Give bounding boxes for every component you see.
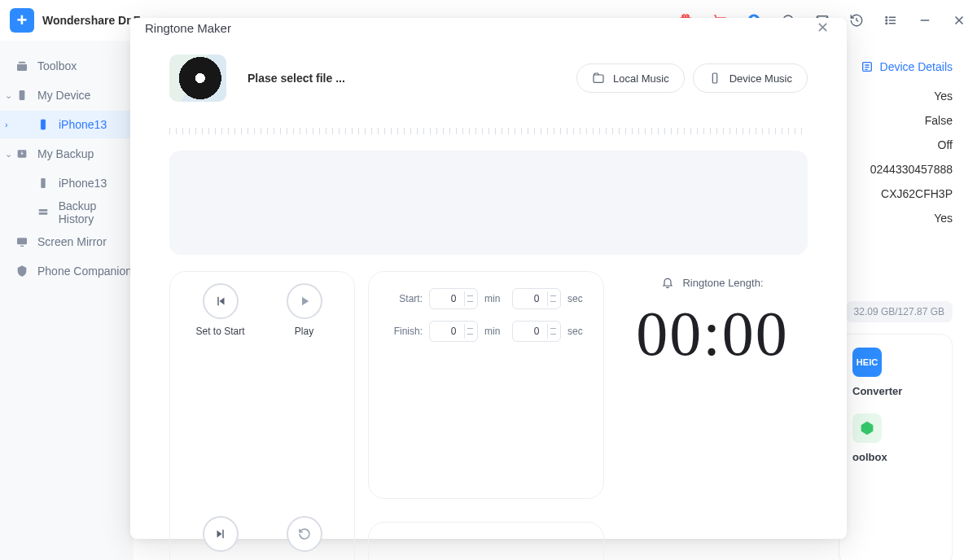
bell-icon [661, 276, 674, 289]
fade-card: Fade In and Fade Out [368, 522, 604, 560]
control-label: Play [295, 326, 313, 337]
svg-rect-16 [17, 238, 27, 244]
button-label: Local Music [613, 72, 669, 85]
toolbox-app-icon [852, 413, 882, 443]
control-label: Set to Start [195, 326, 244, 337]
audition-button[interactable]: Audition [262, 516, 346, 560]
device-info-values: Yes False Off 0244330457888 CXJ62CFH3P Y… [870, 90, 953, 225]
timeline-ruler [169, 125, 808, 134]
quicklink-label: Converter [852, 385, 902, 397]
svg-point-7 [886, 17, 887, 19]
start-label: Start: [383, 293, 423, 304]
companion-icon [15, 265, 29, 278]
length-value: 00:00 [636, 297, 789, 370]
start-min-input[interactable]: 0 [429, 288, 478, 309]
ringtone-maker-dialog: Ringtone Maker ✕ Plase select file ... L… [130, 18, 847, 539]
unit-min: min [484, 293, 506, 304]
svg-rect-17 [20, 246, 24, 247]
sidebar-item-label: My Backup [37, 147, 94, 160]
side-quicklinks: HEIC Converter oolbox [839, 334, 953, 560]
file-select-row: Plase select file ... Local Music Device… [169, 55, 808, 102]
svg-rect-14 [38, 209, 47, 212]
dialog-header: Ringtone Maker ✕ [130, 18, 847, 38]
unit-sec: sec [567, 326, 589, 337]
ringtone-length-card: Ringtone Length: 00:00 [617, 271, 808, 560]
finish-sec-input[interactable]: 0 [512, 321, 561, 342]
app-logo: + [10, 8, 34, 33]
svg-rect-15 [38, 212, 47, 215]
sidebar-item-label: Phone Companion [37, 265, 132, 278]
phone-music-icon [708, 72, 721, 85]
phone-icon [36, 177, 50, 190]
storage-chip: 32.09 GB/127.87 GB [846, 301, 953, 322]
finish-min-input[interactable]: 0 [429, 321, 478, 342]
select-file-label: Plase select file ... [248, 72, 345, 85]
dialog-close-button[interactable]: ✕ [813, 18, 832, 37]
sidebar-item-backup-history[interactable]: Backup History [0, 199, 134, 226]
chevron-down-icon: ⌄ [5, 90, 12, 101]
sidebar: Toolbox ⌄ My Device › iPhone13 ⌄ My Back… [0, 41, 134, 560]
finish-time-row: Finish: 0 min 0 sec [383, 321, 589, 342]
set-to-start-button[interactable]: Set to Start [178, 283, 262, 505]
audition-icon [287, 516, 322, 552]
sidebar-item-label: iPhone13 [59, 177, 107, 190]
set-start-icon [203, 283, 239, 319]
unit-min: min [484, 326, 506, 337]
history-stack-icon [36, 206, 50, 219]
heic-icon: HEIC [852, 348, 882, 377]
sidebar-item-screen-mirror[interactable]: Screen Mirror [0, 228, 134, 256]
finish-label: Finish: [383, 326, 423, 337]
svg-rect-20 [712, 73, 716, 83]
sidebar-item-label: Backup History [59, 199, 134, 225]
info-value: Yes [870, 212, 953, 225]
quicklink-heic-converter[interactable]: HEIC Converter [852, 348, 939, 397]
info-value: False [870, 114, 953, 127]
sidebar-item-label: Screen Mirror [37, 235, 107, 248]
device-details-link[interactable]: Device Details [861, 60, 953, 73]
minimize-icon[interactable] [917, 12, 933, 28]
unit-sec: sec [567, 293, 589, 304]
history-icon[interactable] [848, 12, 865, 28]
info-value: 0244330457888 [870, 163, 953, 176]
svg-rect-10 [20, 90, 25, 100]
sidebar-item-my-device[interactable]: ⌄ My Device [0, 81, 134, 109]
svg-point-9 [886, 23, 887, 24]
sidebar-item-backup-iphone13[interactable]: iPhone13 [0, 169, 134, 197]
device-icon [15, 89, 29, 102]
sidebar-item-label: Toolbox [37, 59, 77, 72]
length-title-label: Ringtone Length: [682, 277, 763, 289]
sidebar-item-label: iPhone13 [59, 118, 107, 131]
start-sec-input[interactable]: 0 [512, 288, 561, 309]
close-icon[interactable] [951, 12, 967, 28]
svg-rect-13 [41, 178, 45, 188]
info-value: CXJ62CFH3P [870, 187, 953, 200]
set-end-icon [203, 516, 239, 552]
phone-icon [36, 118, 50, 131]
info-value: Yes [870, 90, 953, 103]
sidebar-item-iphone13[interactable]: › iPhone13 [0, 111, 134, 138]
screen-mirror-icon [15, 235, 29, 248]
info-value: Off [870, 138, 953, 151]
play-icon [287, 283, 322, 319]
time-range-card: Start: 0 min 0 sec Finish: 0 min 0 sec [368, 271, 604, 499]
dialog-title: Ringtone Maker [145, 21, 231, 35]
play-button[interactable]: Play [262, 283, 346, 505]
quicklink-label: oolbox [852, 451, 887, 463]
svg-rect-19 [594, 75, 603, 82]
device-music-button[interactable]: Device Music [693, 63, 808, 93]
local-music-button[interactable]: Local Music [576, 63, 685, 93]
set-to-end-button[interactable]: Set to End [178, 516, 262, 560]
quicklink-toolbox[interactable]: oolbox [852, 413, 939, 463]
sidebar-item-phone-companion[interactable]: Phone Companion [0, 257, 134, 285]
start-time-row: Start: 0 min 0 sec [383, 288, 589, 309]
album-art-placeholder [169, 55, 226, 102]
backup-icon [15, 147, 29, 160]
sidebar-item-toolbox[interactable]: Toolbox [0, 52, 134, 80]
svg-point-8 [886, 20, 887, 21]
toolbox-icon [15, 59, 29, 72]
device-details-label: Device Details [880, 60, 953, 73]
sidebar-item-label: My Device [37, 89, 90, 102]
menu-list-icon[interactable] [883, 12, 899, 28]
sidebar-item-my-backup[interactable]: ⌄ My Backup [0, 140, 134, 168]
waveform-area[interactable] [169, 151, 808, 255]
